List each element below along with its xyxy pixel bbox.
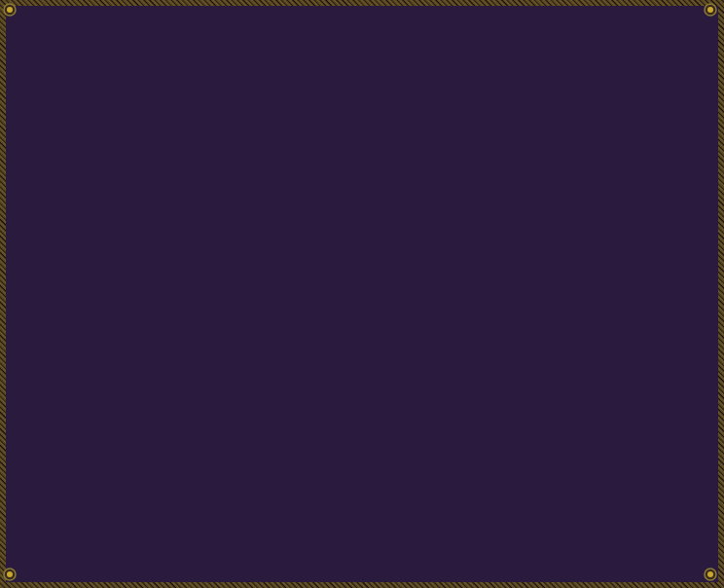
radio-nothing[interactable] <box>76 256 93 274</box>
help-me-decide-button[interactable]: Help me decide <box>76 496 199 530</box>
watermark-text: David Bailey ~ Eight Forums <box>287 563 437 578</box>
next-button[interactable]: Next <box>541 496 648 530</box>
option-keep-all-label: Keep personal files and apps <box>104 139 317 159</box>
bottom-area: Help me decide Back Next <box>76 496 648 530</box>
page-title: Choose what to keep <box>76 68 648 109</box>
back-button[interactable]: Back <box>426 496 533 530</box>
minimize-button[interactable]: − <box>656 11 671 24</box>
option-keep-files[interactable]: Keep personal files only Your settings a… <box>76 198 648 236</box>
svg-point-3 <box>707 7 713 13</box>
option-nothing[interactable]: Nothing Everything will be deleted, incl… <box>76 255 648 293</box>
option-keep-all[interactable]: Keep personal files and apps You will be… <box>61 127 663 190</box>
radio-keep-all[interactable] <box>77 140 94 158</box>
option-keep-files-header: Keep personal files only <box>76 198 648 217</box>
main-content: Choose what to keep Keep personal files … <box>27 29 697 559</box>
option-nothing-description: Everything will be deleted, including fi… <box>103 278 648 293</box>
corner-decoration-tl <box>2 2 21 21</box>
option-keep-files-description: Your settings and apps will be deleted, … <box>103 221 648 236</box>
option-keep-all-header: Keep personal files and apps <box>77 139 647 159</box>
option-nothing-label: Nothing <box>103 255 161 275</box>
title-bar-title: Windows 10 Setup <box>313 11 411 24</box>
navigation-buttons: Back Next <box>426 496 648 530</box>
title-dot-2 <box>26 13 36 22</box>
right-side-strip <box>697 29 718 559</box>
svg-point-1 <box>7 7 13 13</box>
svg-point-5 <box>7 571 13 577</box>
options-list: Keep personal files and apps You will be… <box>76 138 648 477</box>
corner-decoration-bl <box>2 567 21 586</box>
watermark-bar: David Bailey ~ Eight Forums <box>6 559 718 582</box>
option-keep-all-description: You will be able to manage your Windows … <box>104 163 647 177</box>
maximize-button[interactable]: □ <box>675 11 691 24</box>
svg-point-7 <box>707 571 713 577</box>
corner-decoration-tr <box>703 2 722 21</box>
option-nothing-header: Nothing <box>76 255 648 275</box>
left-side-strip <box>6 29 27 559</box>
title-bar: Windows 10 Setup − □ ✕ <box>6 6 718 29</box>
radio-keep-files[interactable] <box>76 199 93 216</box>
corner-decoration-br <box>703 567 722 586</box>
option-keep-files-label: Keep personal files only <box>103 198 279 217</box>
